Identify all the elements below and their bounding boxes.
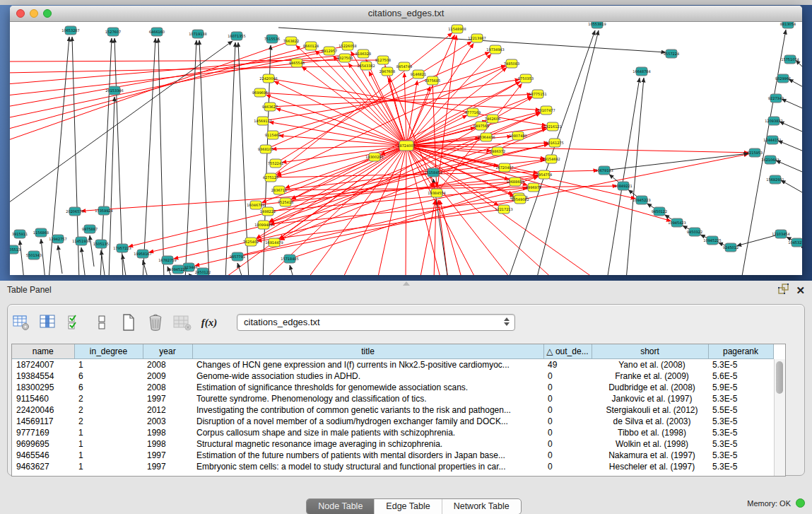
svg-text:19734943: 19734943 xyxy=(486,47,504,52)
trash-icon[interactable] xyxy=(146,313,165,332)
svg-text:3915911: 3915911 xyxy=(12,232,28,236)
svg-text:9557224: 9557224 xyxy=(664,52,679,56)
svg-text:10945220: 10945220 xyxy=(169,267,187,271)
memory-status-label: Memory: OK xyxy=(747,499,791,508)
svg-text:16046788: 16046788 xyxy=(247,203,264,207)
svg-text:9146821: 9146821 xyxy=(411,72,426,76)
svg-text:7515536: 7515536 xyxy=(264,37,280,41)
svg-text:17359924: 17359924 xyxy=(95,209,112,213)
svg-text:9375685: 9375685 xyxy=(425,78,440,83)
svg-text:20364436: 20364436 xyxy=(477,135,495,139)
column-header-title[interactable]: title xyxy=(192,344,543,359)
column-header-pagerank[interactable]: pagerank xyxy=(708,344,773,359)
network-window[interactable]: citations_edges.txt 10653287152760764661… xyxy=(10,6,802,275)
column-select-icon[interactable] xyxy=(39,313,57,332)
svg-text:9329966: 9329966 xyxy=(775,76,791,81)
dropdown-stepper-icon xyxy=(504,317,510,326)
table-row[interactable]: 2242004622012Investigating the contribut… xyxy=(12,404,773,416)
svg-text:9465546: 9465546 xyxy=(289,61,305,65)
svg-text:6466160: 6466160 xyxy=(149,30,165,34)
svg-text:7462606: 7462606 xyxy=(485,117,500,121)
svg-text:20206576: 20206576 xyxy=(66,209,83,214)
svg-text:9975887: 9975887 xyxy=(82,227,98,231)
svg-text:10553819: 10553819 xyxy=(588,22,606,26)
svg-text:7625402: 7625402 xyxy=(243,240,259,244)
svg-text:8813054: 8813054 xyxy=(780,22,796,26)
table-row[interactable]: 911546021997Tourette syndrome. Phenomeno… xyxy=(12,393,773,404)
svg-text:8215953: 8215953 xyxy=(747,151,763,155)
svg-text:1505135: 1505135 xyxy=(93,242,109,246)
svg-text:18300295: 18300295 xyxy=(365,155,383,159)
function-icon[interactable]: f(x) xyxy=(200,313,218,332)
svg-text:9127508: 9127508 xyxy=(375,58,391,62)
svg-text:10453212: 10453212 xyxy=(788,240,802,245)
svg-text:10945423: 10945423 xyxy=(668,221,686,225)
splitter-handle[interactable] xyxy=(403,281,410,286)
close-panel-icon[interactable]: ✕ xyxy=(796,285,805,296)
app-top-strip xyxy=(0,0,812,5)
select-all-icon[interactable] xyxy=(66,313,84,332)
table-row[interactable]: 1456911722003Disruption of a novel membe… xyxy=(12,416,773,427)
svg-text:22420046: 22420046 xyxy=(259,76,277,81)
svg-text:2836711: 2836711 xyxy=(271,188,287,192)
svg-text:1527607: 1527607 xyxy=(105,30,121,34)
svg-text:19384554: 19384554 xyxy=(428,191,445,195)
table-row[interactable]: 969969511998Structural magnetic resonanc… xyxy=(12,438,773,450)
new-document-icon[interactable] xyxy=(119,313,138,332)
svg-text:12103454: 12103454 xyxy=(772,232,789,236)
table-row[interactable]: 946554611997Estimation of the future num… xyxy=(12,450,773,461)
table-selector-dropdown[interactable]: citations_edges.txt xyxy=(237,314,515,331)
table-scrollbar[interactable] xyxy=(774,359,785,476)
svg-text:17957223: 17957223 xyxy=(113,246,131,250)
column-header-year[interactable]: year xyxy=(143,344,192,359)
column-header-out-de-[interactable]: △ out_de... xyxy=(543,344,592,359)
float-panel-icon[interactable] xyxy=(777,284,789,298)
svg-text:16210643: 16210643 xyxy=(761,158,779,162)
table-settings-icon[interactable] xyxy=(12,313,30,332)
svg-text:9245012: 9245012 xyxy=(723,245,739,250)
memory-ok-icon xyxy=(796,498,805,508)
table-toolbar: f(x) citations_edges.txt xyxy=(12,310,515,335)
svg-text:7552241: 7552241 xyxy=(268,161,283,165)
network-canvas[interactable]: 1065328715276076466160107191381607135575… xyxy=(10,22,802,275)
svg-text:16543382: 16543382 xyxy=(357,64,375,68)
svg-text:16782759: 16782759 xyxy=(158,258,176,262)
svg-text:9699695: 9699695 xyxy=(252,90,268,95)
disabled-table-icon xyxy=(173,313,192,332)
svg-text:7525418: 7525418 xyxy=(278,200,293,204)
svg-text:12444151: 12444151 xyxy=(763,138,781,142)
svg-text:15751074: 15751074 xyxy=(781,57,799,62)
table-row[interactable]: 1938455462009Genome-wide association stu… xyxy=(12,370,773,382)
svg-text:8750353: 8750353 xyxy=(518,76,534,81)
svg-text:2450122: 2450122 xyxy=(195,270,211,274)
table-selector-value: citations_edges.txt xyxy=(244,317,320,327)
svg-text:1156868: 1156868 xyxy=(33,230,49,235)
svg-text:10719138: 10719138 xyxy=(189,32,206,36)
svg-text:10945223: 10945223 xyxy=(632,198,650,202)
svg-text:9857791: 9857791 xyxy=(230,255,245,259)
svg-text:10679193: 10679193 xyxy=(595,168,613,173)
svg-text:9463627: 9463627 xyxy=(262,105,278,109)
svg-text:11548908: 11548908 xyxy=(448,27,466,31)
table-row[interactable]: 1872400712008Changes of HCN gene express… xyxy=(12,359,773,371)
svg-text:9777169: 9777169 xyxy=(465,110,481,115)
column-header-short[interactable]: short xyxy=(592,344,708,359)
svg-text:10107477: 10107477 xyxy=(537,108,555,112)
svg-text:10945225: 10945225 xyxy=(703,238,721,243)
table-row[interactable]: 946362711997Embryonic stem cells: a mode… xyxy=(12,461,773,472)
column-header-in-degree[interactable]: in_degree xyxy=(74,344,143,359)
table-row[interactable]: 977716911998Corpus callosum shape and si… xyxy=(12,427,773,438)
svg-text:1498222: 1498222 xyxy=(260,209,276,214)
svg-text:13216121: 13216121 xyxy=(543,124,561,129)
window-titlebar[interactable]: citations_edges.txt xyxy=(10,6,802,22)
table-row[interactable]: 1830029562008Estimation of significance … xyxy=(12,382,773,393)
svg-text:9450122: 9450122 xyxy=(652,209,667,214)
svg-text:15692931: 15692931 xyxy=(766,177,784,182)
window-title: citations_edges.txt xyxy=(10,8,802,18)
column-header-name[interactable]: name xyxy=(12,344,74,359)
svg-text:19958167: 19958167 xyxy=(134,252,151,256)
svg-text:20153346: 20153346 xyxy=(105,88,123,93)
svg-text:19154692: 19154692 xyxy=(542,157,560,161)
scrollbar-thumb[interactable] xyxy=(776,361,783,394)
rows-icon[interactable] xyxy=(93,313,111,332)
